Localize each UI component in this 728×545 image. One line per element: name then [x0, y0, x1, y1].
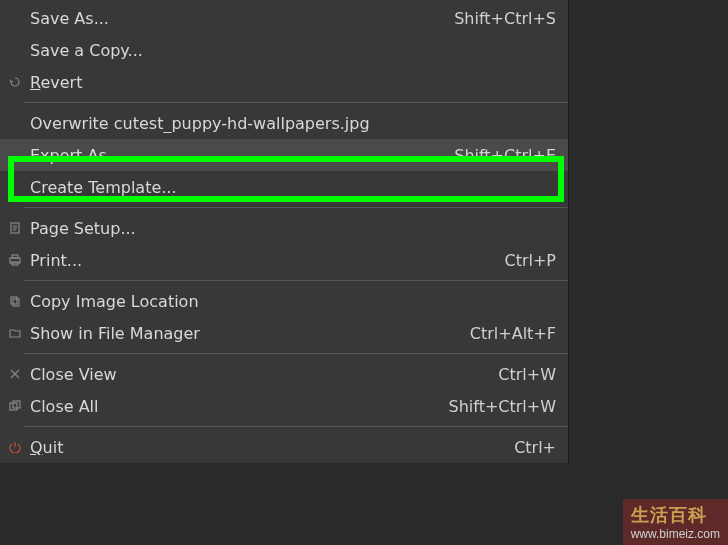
menu-separator [24, 280, 568, 281]
menu-label: Close All [24, 397, 437, 416]
revert-icon [6, 76, 24, 88]
menu-item-close-all[interactable]: Close All Shift+Ctrl+W [0, 390, 568, 422]
menu-shortcut: Ctrl+ [502, 438, 556, 457]
menu-label: Overwrite cutest_puppy-hd-wallpapers.jpg [24, 114, 556, 133]
menu-separator [24, 102, 568, 103]
menu-label: Save As... [24, 9, 442, 28]
file-menu: Save As... Shift+Ctrl+S Save a Copy... R… [0, 0, 569, 463]
menu-item-print[interactable]: Print... Ctrl+P [0, 244, 568, 276]
menu-separator [24, 207, 568, 208]
menu-label: Page Setup... [24, 219, 556, 238]
svg-rect-4 [11, 297, 17, 304]
menu-item-overwrite[interactable]: Overwrite cutest_puppy-hd-wallpapers.jpg [0, 107, 568, 139]
page-setup-icon [6, 222, 24, 234]
close-icon [6, 368, 24, 380]
menu-item-revert[interactable]: Revert [0, 66, 568, 98]
menu-item-export-as[interactable]: Export As... Shift+Ctrl+E [0, 139, 568, 171]
menu-label: Copy Image Location [24, 292, 556, 311]
watermark-text: 生活百科 [631, 505, 707, 525]
menu-separator [24, 353, 568, 354]
menu-shortcut: Shift+Ctrl+W [437, 397, 556, 416]
print-icon [6, 254, 24, 266]
menu-item-create-template[interactable]: Create Template... [0, 171, 568, 203]
menu-label: Export As... [24, 146, 442, 165]
menu-separator [24, 426, 568, 427]
menu-label: Revert [24, 73, 556, 92]
menu-shortcut: Shift+Ctrl+E [442, 146, 556, 165]
menu-item-save-as[interactable]: Save As... Shift+Ctrl+S [0, 2, 568, 34]
menu-label: Quit [24, 438, 502, 457]
menu-shortcut: Ctrl+W [486, 365, 556, 384]
menu-item-save-copy[interactable]: Save a Copy... [0, 34, 568, 66]
menu-item-copy-location[interactable]: Copy Image Location [0, 285, 568, 317]
copy-icon [6, 295, 24, 307]
watermark: 生活百科 www.bimeiz.com [623, 499, 728, 545]
menu-label: Save a Copy... [24, 41, 556, 60]
menu-shortcut: Shift+Ctrl+S [442, 9, 556, 28]
folder-icon [6, 327, 24, 339]
close-all-icon [6, 400, 24, 412]
menu-label: Print... [24, 251, 492, 270]
menu-item-show-in-file-manager[interactable]: Show in File Manager Ctrl+Alt+F [0, 317, 568, 349]
menu-shortcut: Ctrl+P [492, 251, 556, 270]
quit-icon [6, 441, 24, 453]
menu-label: Show in File Manager [24, 324, 458, 343]
menu-label: Close View [24, 365, 486, 384]
menu-item-quit[interactable]: Quit Ctrl+ [0, 431, 568, 463]
svg-rect-5 [13, 299, 19, 306]
watermark-url: www.bimeiz.com [631, 527, 720, 541]
menu-item-close-view[interactable]: Close View Ctrl+W [0, 358, 568, 390]
menu-shortcut: Ctrl+Alt+F [458, 324, 556, 343]
svg-rect-2 [12, 255, 18, 258]
menu-item-page-setup[interactable]: Page Setup... [0, 212, 568, 244]
app-background [570, 0, 728, 545]
menu-label: Create Template... [24, 178, 556, 197]
